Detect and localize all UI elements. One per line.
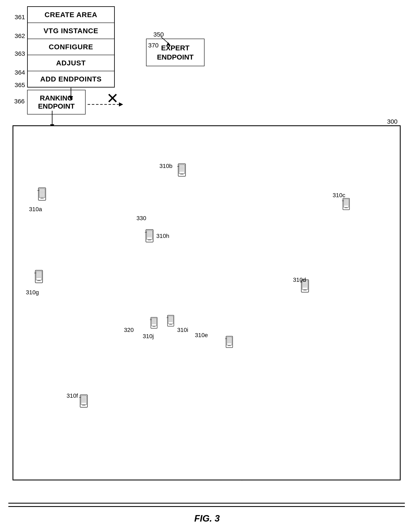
label-310a: 310a bbox=[29, 206, 42, 213]
menu-item-create-area[interactable]: CREATE AREA bbox=[28, 7, 114, 23]
menu-box: CREATE AREA VTG INSTANCE CONFIGURE ADJUS… bbox=[27, 6, 115, 87]
device-310c bbox=[341, 197, 351, 213]
expert-endpoint-label: EXPERTENDPOINT bbox=[157, 44, 194, 61]
label-330: 330 bbox=[137, 215, 146, 222]
menu-item-configure[interactable]: CONFIGURE bbox=[28, 39, 114, 55]
ref-300-label: 300 bbox=[387, 118, 397, 125]
ref-350-label: 350 bbox=[153, 31, 164, 38]
x-mark: ✕ bbox=[106, 90, 119, 107]
device-310h bbox=[144, 228, 155, 245]
ranking-endpoint-box: RANKINGENDPOINT bbox=[27, 90, 86, 114]
label-310g: 310g bbox=[26, 289, 39, 296]
device-310i bbox=[166, 314, 176, 329]
diagram-box: 310a 310b 310c bbox=[12, 125, 401, 480]
ref-363: 363 bbox=[15, 50, 25, 57]
svg-rect-90 bbox=[343, 199, 350, 210]
label-310j: 310j bbox=[143, 333, 154, 340]
label-310f: 310f bbox=[66, 392, 78, 399]
device-310b bbox=[176, 163, 188, 180]
menu-item-adjust[interactable]: ADJUST bbox=[28, 55, 114, 71]
svg-rect-130 bbox=[151, 317, 157, 328]
label-310c: 310c bbox=[333, 192, 345, 199]
label-310d: 310d bbox=[293, 276, 306, 283]
menu-item-add-endpoints[interactable]: ADD ENDPOINTS bbox=[28, 71, 114, 87]
menu-item-vtg-instance[interactable]: VTG INSTANCE bbox=[28, 23, 114, 39]
label-310h: 310h bbox=[156, 233, 169, 239]
ref-366-label: 366 bbox=[14, 98, 25, 105]
device-310a bbox=[36, 187, 48, 203]
expert-endpoint-box: EXPERTENDPOINT bbox=[146, 39, 204, 66]
figure-caption: FIG. 3 bbox=[194, 513, 220, 524]
svg-marker-1 bbox=[119, 102, 123, 106]
label-310e: 310e bbox=[195, 332, 208, 339]
page-container: ⊛ bbox=[0, 0, 414, 532]
label-320: 320 bbox=[124, 327, 134, 333]
ref-362: 362 bbox=[15, 32, 25, 39]
svg-rect-140 bbox=[167, 315, 174, 326]
ref-364: 364 bbox=[15, 69, 25, 76]
label-310i: 310i bbox=[177, 327, 188, 333]
device-310e bbox=[224, 335, 235, 351]
ref-361: 361 bbox=[15, 14, 25, 21]
device-310g bbox=[33, 269, 45, 286]
label-310b: 310b bbox=[159, 163, 172, 169]
device-310f bbox=[78, 393, 90, 411]
bottom-divider bbox=[8, 503, 405, 507]
ref-365: 365 bbox=[15, 81, 25, 89]
device-310j bbox=[149, 316, 159, 331]
ranking-endpoint-label: RANKINGENDPOINT bbox=[38, 94, 75, 110]
